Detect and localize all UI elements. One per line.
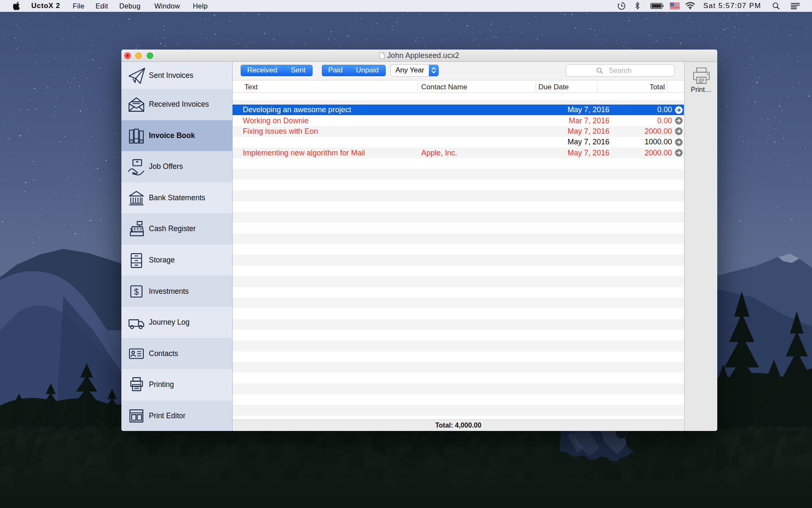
svg-text:$: $ bbox=[134, 287, 139, 296]
